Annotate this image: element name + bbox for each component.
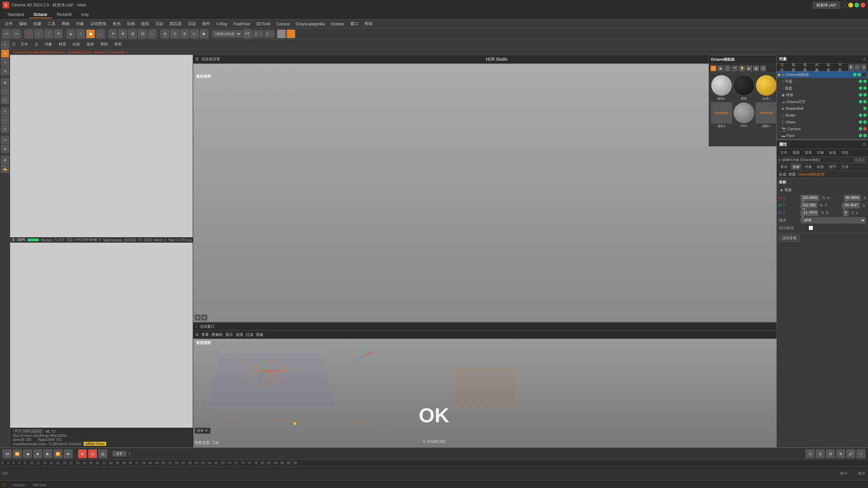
- toolbar-edges[interactable]: ◇: [76, 29, 85, 38]
- obj-floor[interactable]: ▬ Floor: [777, 132, 868, 139]
- tl-play[interactable]: ▶: [43, 449, 52, 458]
- menu-simulate[interactable]: 模拟: [138, 20, 152, 27]
- mat-2[interactable]: 材质: [733, 75, 754, 101]
- maximize-button[interactable]: [854, 3, 859, 7]
- toolbar-color-b[interactable]: [287, 29, 295, 38]
- obj-tab-tag[interactable]: 标签: [825, 62, 835, 73]
- new-tab-button[interactable]: +: [842, 2, 848, 8]
- main-tab[interactable]: 材质球.c4d*: [813, 2, 840, 9]
- obj-camera[interactable]: 📷 Camera: [777, 125, 868, 132]
- tool-circle-select[interactable]: ◯: [1, 96, 9, 104]
- toolbar-snap2[interactable]: ⊕: [118, 29, 127, 38]
- tl-prev-key[interactable]: ⏪: [13, 449, 22, 458]
- obj-tab-view[interactable]: 视图: [790, 62, 801, 73]
- mat-4[interactable]: SAMC4D 漫射1: [711, 102, 732, 128]
- sub-menu-help[interactable]: 帮助: [98, 41, 111, 47]
- sub-menu-select[interactable]: 选择: [84, 41, 97, 47]
- tool-measure[interactable]: ⇌: [1, 156, 9, 164]
- tool-rect-select[interactable]: ⬚: [1, 87, 9, 95]
- tab-vray[interactable]: vray: [76, 12, 94, 18]
- rp-value[interactable]: -56.4547 °: [842, 202, 860, 208]
- obj-shaderball[interactable]: ◈ ShaderBall: [777, 105, 868, 112]
- attr-tab-object[interactable]: 对象: [815, 149, 826, 156]
- rb-value[interactable]: 0 °: [843, 210, 848, 216]
- menu-render2[interactable]: 渲染: [185, 20, 199, 27]
- oct-icon-sphere[interactable]: ◉: [717, 65, 724, 72]
- menu-window[interactable]: 窗口: [348, 20, 361, 27]
- tool-scale[interactable]: ⤡: [1, 58, 9, 66]
- tl-icon-2[interactable]: ⊟: [816, 449, 825, 458]
- obj-tab-object[interactable]: 对象: [813, 62, 824, 73]
- tool-live-select[interactable]: ◈: [1, 78, 9, 86]
- sub-menu-material[interactable]: 材质: [56, 41, 69, 47]
- tool-pen[interactable]: ✎: [1, 107, 9, 115]
- tool-sculpt[interactable]: ⊙: [1, 125, 9, 133]
- oct-icon-sun[interactable]: ☀: [710, 65, 716, 72]
- sub-menu-object[interactable]: 对象: [42, 41, 55, 47]
- pz-value[interactable]: -11.7474 c: [801, 210, 818, 216]
- oct-icon-settings[interactable]: ⚙: [760, 65, 766, 72]
- tool-move[interactable]: ✛: [1, 49, 9, 58]
- toolbar-val2[interactable]: [264, 30, 275, 38]
- tool-magnet[interactable]: ⊕: [1, 145, 9, 153]
- tl-icon-3[interactable]: ⊞: [826, 449, 835, 458]
- obj-plane[interactable]: □ 平面: [777, 78, 868, 85]
- oct-icon-texture[interactable]: ▦: [753, 65, 759, 72]
- bottom-vp-select-dropdown[interactable]: 模板 ▼: [195, 428, 211, 434]
- mat-6[interactable]: SAMC4D 漫射1: [756, 102, 777, 128]
- toolbar-polys[interactable]: ◼: [86, 29, 95, 38]
- color-profile-select[interactable]: HDR/sRGB: [212, 30, 242, 38]
- menu-animate[interactable]: 动画: [124, 20, 138, 27]
- py-value[interactable]: 152.956 cr: [801, 202, 817, 208]
- menu-fastflow[interactable]: FastFlow: [231, 21, 253, 27]
- tab-redshift[interactable]: Redshift: [52, 12, 76, 18]
- tool-brush[interactable]: ⌁: [1, 116, 9, 124]
- menu-render[interactable]: 渲染: [153, 20, 166, 27]
- order-select[interactable]: HPB: [801, 217, 866, 223]
- tool-annotation[interactable]: ✍: [1, 165, 9, 173]
- menu-corona[interactable]: Corona: [274, 21, 292, 27]
- prop-tab-detail[interactable]: 细节: [827, 164, 839, 170]
- tl-icon-4[interactable]: ⊕: [836, 449, 845, 458]
- obj-search-icon[interactable]: 🔍: [848, 64, 854, 70]
- attr-tab-file[interactable]: 文件: [778, 149, 790, 156]
- menu-mograph[interactable]: 运动图形: [87, 20, 109, 27]
- oct-icon-cube[interactable]: ⬡: [725, 65, 731, 72]
- bottom-vp-cam[interactable]: 图像机: [212, 332, 223, 337]
- tl-record[interactable]: ●: [78, 449, 87, 458]
- mat-3[interactable]: 光泽1: [756, 75, 777, 101]
- tl-stop[interactable]: ■: [33, 449, 42, 458]
- tab-standard[interactable]: Standard: [3, 12, 29, 18]
- tl-current-frame[interactable]: 0 F: [113, 451, 126, 456]
- toolbar-color-a[interactable]: [277, 29, 286, 38]
- sub-menu-file[interactable]: 文件: [18, 41, 31, 47]
- menu-3dtoall[interactable]: 3DToAll: [253, 21, 273, 27]
- bottom-vp-filter[interactable]: 过滤: [246, 332, 253, 337]
- menu-tracker[interactable]: 跟踪器: [167, 20, 184, 27]
- tl-next-key[interactable]: ⏩: [54, 449, 62, 458]
- toolbar-undo[interactable]: ↩: [2, 29, 11, 38]
- toolbar-redo[interactable]: ↪: [12, 29, 21, 38]
- toolbar-measure[interactable]: ↔: [148, 29, 157, 38]
- tl-goto-end[interactable]: ⏭: [64, 449, 73, 458]
- oct-icon-light[interactable]: 💡: [739, 65, 745, 72]
- menu-tools[interactable]: 工具: [45, 20, 58, 27]
- bottom-vp-select[interactable]: 选项: [236, 332, 243, 337]
- toolbar-cam2[interactable]: ⊙: [170, 29, 179, 38]
- mat-5[interactable]: Floor: [733, 102, 754, 128]
- sub-menu-compare[interactable]: 比较: [70, 41, 83, 47]
- toolbar-rotate[interactable]: ⟲: [54, 29, 63, 38]
- obj-add-icon[interactable]: +: [855, 64, 861, 70]
- menu-plugin[interactable]: 插件: [199, 20, 213, 27]
- freeze-btn[interactable]: 冻结变换: [779, 235, 800, 242]
- toolbar-move-y[interactable]: Y: [34, 29, 43, 38]
- obj-tab-file[interactable]: 文件: [778, 62, 789, 73]
- tl-record-auto[interactable]: ⊙: [88, 449, 97, 458]
- rh-value[interactable]: 85.9958 °: [844, 195, 861, 201]
- toolbar-move-z[interactable]: Z: [44, 29, 53, 38]
- obj-tab-bookmark[interactable]: 书签: [836, 62, 847, 73]
- tool-rotate[interactable]: ⟲: [1, 67, 9, 75]
- obj-octane-sky[interactable]: ☁ Octane天空: [777, 98, 868, 105]
- tl-expand[interactable]: ⤢: [856, 449, 865, 458]
- close-button[interactable]: [861, 3, 865, 7]
